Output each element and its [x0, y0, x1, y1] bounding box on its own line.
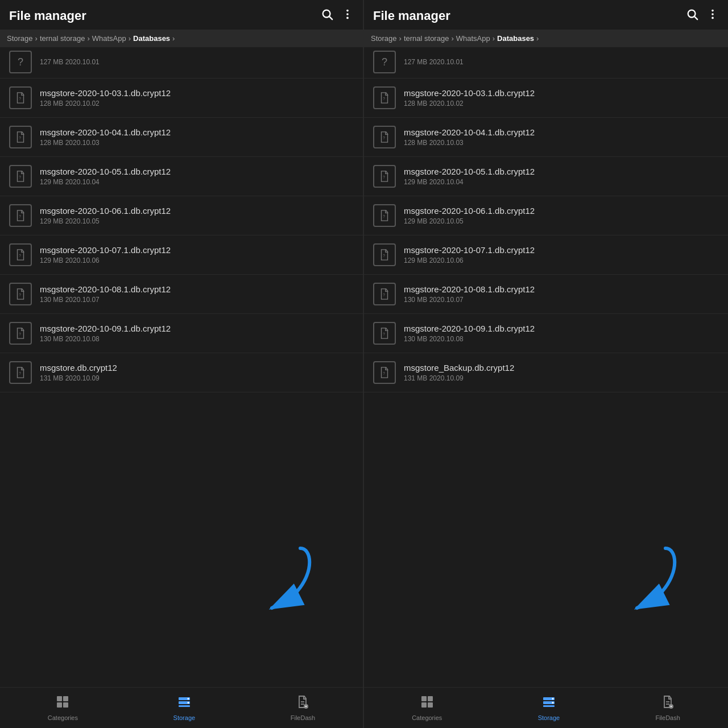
file-info: msgstore-2020-10-08.1.db.crypt12130 MB 2… — [40, 284, 354, 304]
file-item[interactable]: ?msgstore-2020-10-04.1.db.crypt12128 MB … — [364, 118, 728, 157]
file-meta: 129 MB 2020.10.04 — [404, 178, 719, 186]
file-name: msgstore-2020-10-06.1.db.crypt12 — [40, 206, 354, 216]
file-item[interactable]: ?msgstore-2020-10-06.1.db.crypt12129 MB … — [0, 196, 363, 235]
breadcrumb-item-3: Databases — [133, 34, 170, 43]
breadcrumb-item-2[interactable]: WhatsApp — [92, 34, 126, 43]
nav-item-storage[interactable]: Storage — [173, 695, 196, 721]
file-name: msgstore-2020-10-03.1.db.crypt12 — [404, 88, 719, 98]
svg-rect-20 — [179, 705, 190, 707]
search-icon[interactable] — [321, 8, 333, 24]
file-list-wrapper: ?127 MB 2020.10.01?msgstore-2020-10-03.1… — [0, 47, 363, 687]
file-info: msgstore-2020-10-09.1.db.crypt12130 MB 2… — [40, 324, 354, 343]
file-item[interactable]: ?msgstore-2020-10-08.1.db.crypt12130 MB … — [0, 275, 363, 314]
svg-point-50 — [552, 702, 553, 704]
breadcrumb-item-0[interactable]: Storage — [7, 34, 33, 43]
file-item[interactable]: ?msgstore-2020-10-04.1.db.crypt12128 MB … — [0, 118, 363, 157]
file-icon: ? — [373, 322, 396, 345]
file-meta: 128 MB 2020.10.02 — [40, 100, 354, 107]
more-options-icon[interactable] — [341, 8, 354, 24]
file-item[interactable]: ?msgstore-2020-10-07.1.db.crypt12129 MB … — [0, 235, 363, 275]
file-info: msgstore-2020-10-08.1.db.crypt12130 MB 2… — [404, 284, 719, 304]
breadcrumb-item-0[interactable]: Storage — [371, 34, 397, 43]
svg-text:?: ? — [19, 293, 21, 297]
breadcrumb-separator: › — [87, 34, 89, 43]
file-item-partial[interactable]: ?127 MB 2020.10.01 — [364, 47, 728, 78]
nav-icon-categories — [420, 695, 434, 712]
file-item[interactable]: ?msgstore-2020-10-03.1.db.crypt12128 MB … — [0, 78, 363, 118]
file-name: msgstore-2020-10-08.1.db.crypt12 — [40, 284, 354, 294]
file-icon: ? — [373, 283, 396, 305]
file-name: msgstore-2020-10-03.1.db.crypt12 — [40, 88, 354, 98]
svg-text:?: ? — [19, 97, 21, 101]
file-list: ?127 MB 2020.10.01?msgstore-2020-10-03.1… — [0, 47, 363, 687]
file-icon: ? — [373, 243, 396, 266]
svg-rect-17 — [63, 702, 68, 708]
svg-rect-42 — [421, 696, 427, 701]
file-name: msgstore-2020-10-06.1.db.crypt12 — [404, 206, 719, 216]
file-item[interactable]: ?msgstore_Backup.db.crypt12131 MB 2020.1… — [364, 353, 728, 392]
svg-text:?: ? — [383, 293, 385, 297]
file-item[interactable]: ?msgstore-2020-10-06.1.db.crypt12129 MB … — [364, 196, 728, 235]
file-icon: ? — [9, 165, 32, 188]
file-item[interactable]: ?msgstore-2020-10-05.1.db.crypt12129 MB … — [364, 157, 728, 196]
file-meta: 129 MB 2020.10.04 — [40, 178, 354, 186]
svg-text:?: ? — [383, 214, 385, 218]
breadcrumb: Storage›ternal storage›WhatsApp›Database… — [0, 30, 363, 47]
breadcrumb-item-1[interactable]: ternal storage — [40, 34, 85, 43]
file-meta: 129 MB 2020.10.05 — [404, 217, 719, 225]
file-item[interactable]: ?msgstore-2020-10-09.1.db.crypt12130 MB … — [364, 314, 728, 353]
svg-text:?: ? — [383, 371, 385, 375]
file-icon: ? — [9, 361, 32, 384]
nav-item-categories[interactable]: Categories — [48, 695, 78, 721]
file-type-icon: ? — [18, 57, 23, 67]
nav-icon-filedash — [296, 695, 309, 712]
file-icon: ? — [373, 51, 396, 73]
file-item[interactable]: ?msgstore-2020-10-07.1.db.crypt12129 MB … — [364, 235, 728, 275]
file-item[interactable]: ?msgstore-2020-10-09.1.db.crypt12130 MB … — [0, 314, 363, 353]
header-icons — [686, 8, 719, 24]
svg-text:?: ? — [19, 332, 21, 336]
file-info: 127 MB 2020.10.01 — [404, 58, 719, 66]
file-item-partial[interactable]: ?127 MB 2020.10.01 — [0, 47, 363, 78]
nav-icon-storage — [542, 695, 556, 712]
more-options-icon[interactable] — [706, 8, 719, 24]
svg-rect-45 — [428, 702, 433, 708]
svg-text:?: ? — [383, 254, 385, 258]
file-item[interactable]: ?msgstore-2020-10-03.1.db.crypt12128 MB … — [364, 78, 728, 118]
file-item[interactable]: ?msgstore.db.crypt12131 MB 2020.10.09 — [0, 353, 363, 392]
nav-item-filedash[interactable]: FileDash — [655, 695, 680, 721]
file-name: msgstore.db.crypt12 — [40, 363, 354, 373]
file-meta: 127 MB 2020.10.01 — [40, 58, 354, 66]
file-item[interactable]: ?msgstore-2020-10-08.1.db.crypt12130 MB … — [364, 275, 728, 314]
file-icon: ? — [373, 126, 396, 148]
svg-rect-16 — [57, 702, 62, 708]
file-icon: ? — [9, 126, 32, 148]
app-title: File manager — [373, 9, 450, 23]
file-icon: ? — [9, 283, 32, 305]
svg-text:?: ? — [19, 214, 21, 218]
breadcrumb-separator: › — [35, 34, 38, 43]
svg-text:?: ? — [19, 254, 21, 258]
nav-item-categories[interactable]: Categories — [412, 695, 442, 721]
breadcrumb-item-1[interactable]: ternal storage — [404, 34, 449, 43]
file-info: msgstore-2020-10-06.1.db.crypt12129 MB 2… — [40, 206, 354, 225]
panel-right: File managerStorage›ternal storage›Whats… — [364, 0, 728, 728]
svg-point-3 — [346, 13, 349, 15]
file-info: 127 MB 2020.10.01 — [40, 58, 354, 66]
breadcrumb-separator: › — [129, 34, 131, 43]
nav-label-categories: Categories — [48, 714, 78, 721]
file-meta: 131 MB 2020.10.09 — [404, 374, 719, 382]
svg-rect-43 — [428, 696, 433, 701]
nav-item-storage[interactable]: Storage — [538, 695, 560, 721]
svg-point-21 — [187, 698, 189, 700]
nav-item-filedash[interactable]: FileDash — [291, 695, 315, 721]
breadcrumb-item-2[interactable]: WhatsApp — [456, 34, 490, 43]
file-name: msgstore-2020-10-04.1.db.crypt12 — [404, 127, 719, 137]
search-icon[interactable] — [686, 8, 698, 24]
svg-text:?: ? — [383, 136, 385, 140]
svg-point-2 — [346, 10, 349, 12]
file-item[interactable]: ?msgstore-2020-10-05.1.db.crypt12129 MB … — [0, 157, 363, 196]
file-info: msgstore.db.crypt12131 MB 2020.10.09 — [40, 363, 354, 382]
breadcrumb-separator: › — [451, 34, 453, 43]
file-name: msgstore-2020-10-09.1.db.crypt12 — [404, 324, 719, 333]
